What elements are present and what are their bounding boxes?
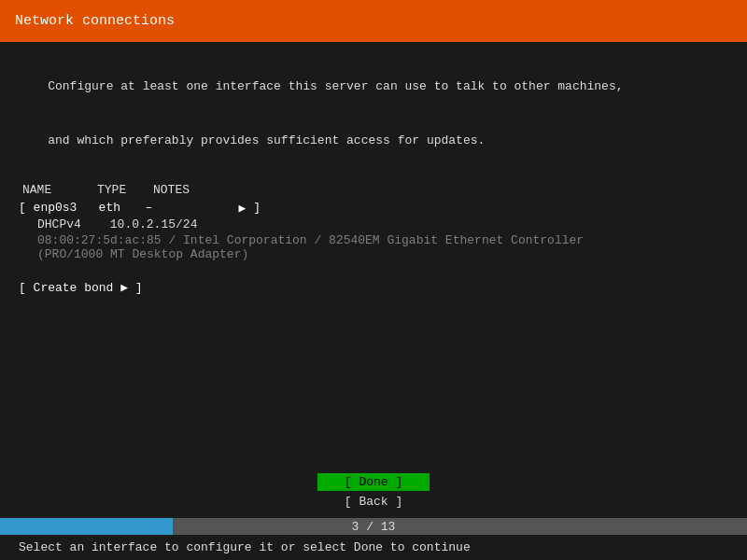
dhcp-row: DHCPv4 10.0.2.15/24 [19, 217, 728, 231]
back-button[interactable]: [ Back ] [317, 493, 430, 511]
bracket-open: [ [19, 201, 34, 215]
create-bond-button[interactable]: [ Create bond ▶ ] [19, 280, 728, 295]
col-name-header: NAME [22, 183, 97, 197]
col-type-header: TYPE [97, 183, 153, 197]
bottom-section: [ Done ] [ Back ] 3 / 13 Select an inter… [0, 473, 747, 560]
interface-arrow: ▶ [239, 201, 247, 216]
dhcp-value: 10.0.2.15/24 [110, 217, 198, 231]
table-header: NAME TYPE NOTES [19, 183, 728, 197]
status-text: Select an interface to configure it or s… [19, 540, 471, 554]
progress-bar-container [0, 518, 747, 535]
interface-row[interactable]: [ enp0s3 eth – ▶ ] [19, 201, 728, 216]
header-bar: Network connections [0, 0, 747, 42]
progress-bar-wrapper: 3 / 13 [0, 518, 747, 535]
interface-notes: – [146, 201, 239, 215]
main-content: Configure at least one interface this se… [0, 42, 747, 295]
done-button[interactable]: [ Done ] [317, 473, 430, 491]
interface-name: enp0s3 [34, 201, 99, 215]
status-bar: Select an interface to configure it or s… [0, 535, 747, 560]
progress-bar-fill [0, 518, 173, 535]
page-title: Network connections [15, 13, 175, 29]
description-text: Configure at least one interface this se… [19, 59, 728, 168]
col-notes-header: NOTES [153, 183, 265, 197]
bracket-close: ] [246, 201, 261, 215]
dhcp-label: DHCPv4 [37, 217, 103, 231]
interface-type: eth [99, 201, 146, 215]
mac-info-row: 08:00:27:5d:ac:85 / Intel Corporation / … [19, 233, 728, 261]
button-group: [ Done ] [ Back ] [0, 473, 747, 518]
